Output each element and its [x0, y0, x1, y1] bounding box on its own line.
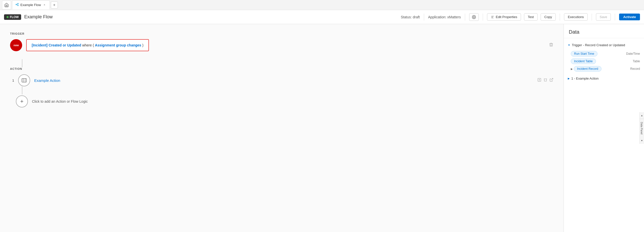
save-button[interactable]: Save [596, 13, 611, 21]
scroll-up-button[interactable]: ▲ [640, 112, 644, 119]
svg-line-15 [551, 78, 553, 80]
svg-line-3 [17, 4, 18, 4]
svg-rect-9 [22, 79, 26, 82]
toolbar-sep-6 [615, 14, 615, 21]
svg-point-0 [16, 4, 17, 5]
toolbar-status: Status: draft [401, 15, 420, 19]
action-section-label: ACTION [10, 67, 553, 70]
now-icon: now [10, 39, 22, 51]
tab-close-button[interactable]: × [43, 3, 47, 7]
activate-button[interactable]: Activate [619, 14, 640, 20]
settings-button[interactable] [469, 13, 479, 21]
edit-properties-label: Edit Properties [496, 15, 517, 19]
executions-label: Executions [568, 15, 584, 19]
toolbar-sep-2 [465, 14, 465, 21]
dp-trigger-items: Run Start Time Date/Time Incident Table … [564, 49, 644, 75]
trigger-text-incident: [Incident] Created or Updated [32, 43, 81, 47]
data-panel-tab-label[interactable]: Data Panel [640, 119, 644, 137]
flow-badge-label: FLOW [10, 15, 19, 19]
toolbar-title: Example Flow [24, 14, 53, 20]
flow-badge: FLOW [4, 14, 21, 20]
dp-pill-incident-record[interactable]: Incident Record [574, 66, 601, 72]
dp-action-title: 1 - Example Action [571, 77, 598, 80]
canvas: TRIGGER now [Incident] Created or Update… [0, 24, 564, 232]
dp-type-incident-table: Table [633, 60, 640, 63]
scroll-down-button[interactable]: ▼ [640, 137, 644, 144]
add-action-row: + Click to add an Action or Flow Logic [10, 95, 553, 107]
dp-pill-incident-table[interactable]: Incident Table [571, 59, 596, 64]
data-panel-title: Data [564, 24, 644, 38]
dp-trigger-section: ▼ Trigger - Record Created or Updated Ru… [564, 41, 644, 75]
trigger-text-end: ) [142, 43, 144, 47]
trigger-section: TRIGGER now [Incident] Created or Update… [10, 32, 553, 51]
dp-type-run-start-time: Date/Time [626, 52, 640, 55]
svg-point-2 [18, 5, 19, 6]
flow-tab[interactable]: Example Flow × [12, 1, 50, 10]
action-open-button[interactable] [549, 78, 553, 83]
toolbar-sep-5 [592, 14, 592, 21]
add-action-button[interactable]: + [16, 95, 28, 107]
tab-bar: Example Flow × + [0, 0, 644, 10]
dp-trigger-chevron: ▼ [568, 44, 570, 46]
dp-trigger-title: Trigger - Record Created or Updated [572, 43, 625, 47]
connector-action-add [22, 86, 22, 94]
home-tab[interactable] [2, 1, 11, 10]
svg-point-1 [18, 3, 19, 4]
save-label: Save [600, 15, 607, 19]
main-layout: TRIGGER now [Incident] Created or Update… [0, 24, 644, 232]
toolbar-sep-1 [424, 14, 424, 21]
dp-action-header[interactable]: ▶ 1 - Example Action [564, 75, 644, 82]
copy-label: Copy [544, 15, 552, 19]
action-number: 1 [10, 79, 14, 82]
add-tab-button[interactable]: + [51, 2, 58, 9]
data-panel-content: ▼ Trigger - Record Created or Updated Ru… [564, 38, 644, 232]
flow-status-dot [7, 16, 9, 18]
copy-button[interactable]: Copy [541, 13, 556, 21]
trigger-text-condition: Assignment group changes [95, 43, 141, 47]
svg-line-4 [17, 5, 18, 5]
dp-trigger-header[interactable]: ▼ Trigger - Record Created or Updated [564, 41, 644, 49]
dp-item-run-start-time: Run Start Time Date/Time [571, 50, 640, 57]
toolbar-sep-4 [560, 14, 560, 21]
flow-tab-icon [15, 3, 19, 7]
action-label[interactable]: Example Action [34, 78, 60, 83]
connector-trigger-action [22, 59, 22, 67]
dp-type-incident-record: Record [630, 67, 640, 71]
trigger-text-where: where ( [82, 43, 94, 47]
edit-properties-button[interactable]: Edit Properties [487, 13, 521, 21]
dp-item-incident-record: ▶ Incident Record Record [571, 65, 640, 73]
trigger-card[interactable]: [Incident] Created or Updated where ( As… [26, 39, 149, 51]
action-section: ACTION 1 Example Action [10, 67, 553, 107]
action-delete-button[interactable] [543, 78, 547, 83]
toolbar-application: Application: xMatters [428, 15, 461, 19]
dp-expandable-incident-record: ▶ Incident Record [571, 66, 601, 72]
executions-button[interactable]: Executions [564, 13, 588, 21]
test-label: Test [528, 15, 534, 19]
dp-expand-arrow-incident-record[interactable]: ▶ [571, 68, 573, 70]
flow-tab-label: Example Flow [20, 3, 41, 7]
dp-action-chevron: ▶ [568, 77, 570, 80]
toolbar: FLOW Example Flow Status: draft Applicat… [0, 10, 644, 24]
svg-point-5 [473, 17, 474, 18]
dp-item-incident-table: Incident Table Table [571, 57, 640, 65]
action-icon [18, 74, 30, 86]
trigger-delete-button[interactable] [549, 42, 553, 48]
add-action-label: Click to add an Action or Flow Logic [32, 99, 88, 103]
trigger-section-label: TRIGGER [10, 32, 553, 35]
action-node: 1 Example Action [10, 74, 553, 86]
action-add-button[interactable] [537, 78, 541, 83]
test-button[interactable]: Test [524, 13, 538, 21]
activate-label: Activate [623, 15, 636, 19]
action-controls [537, 78, 553, 83]
data-panel: Data ▼ Trigger - Record Created or Updat… [564, 24, 644, 232]
trigger-node: now [Incident] Created or Updated where … [10, 39, 553, 51]
dp-action-section: ▶ 1 - Example Action [564, 75, 644, 82]
toolbar-sep-3 [483, 14, 483, 21]
dp-pill-run-start-time[interactable]: Run Start Time [571, 51, 597, 56]
